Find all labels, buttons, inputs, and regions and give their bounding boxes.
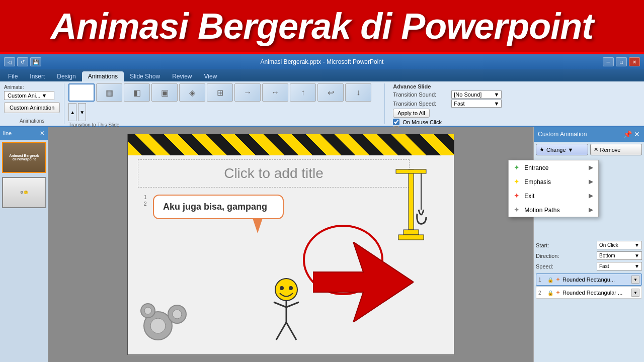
trans-thumb-3[interactable]: ▣ [151,83,178,102]
chevron-start-icon: ▼ [634,242,639,248]
change-button[interactable]: ★ Change ▼ [536,144,588,155]
on-mouse-click-checkbox[interactable] [393,119,399,125]
change-icon: ★ [539,146,544,153]
start-setting-row: Start: On Click ▼ [536,241,642,249]
trans-thumb-6[interactable]: → [234,83,261,102]
trans-thumb-none[interactable] [68,83,95,102]
trans-thumb-4[interactable]: ◈ [179,83,205,102]
menu-item-emphasis[interactable]: ✦ Emphasis ▶ [534,174,598,189]
direction-dropdown[interactable]: Bottom ▼ [597,251,642,260]
timeline-close-icon[interactable]: ✕ [40,130,45,137]
trans-thumb-8[interactable]: ↑ [290,83,316,102]
exit-label: Exit [534,193,534,200]
slide-area[interactable]: Click to add title 1 2 Aku juga bisa, ga… [48,127,533,362]
close-btn[interactable]: ✕ [629,57,640,66]
slide-content-box: 1 2 Aku juga bisa, gampang [153,195,284,219]
chevron-change-icon: ▼ [568,147,574,153]
top-banner: Animasi Bergerak di Powerpoint [0,0,644,54]
left-panel: line ✕ Animasi Bergerak di Powerpoint ⚙ … [0,127,48,362]
slide-thumb-inner-1: Animasi Bergerak di Powerpoint [3,143,45,172]
transition-sound-label: Transition Sound: [393,92,448,98]
trans-thumb-9[interactable]: ↩ [317,83,344,102]
slide-thumb-1[interactable]: Animasi Bergerak di Powerpoint [2,142,46,173]
anim-name-2: Rounded Rectangular ... [562,290,629,296]
minimize-btn[interactable]: ─ [603,57,614,66]
speed-dropdown[interactable]: Fast ▼ [597,262,642,270]
anim-num-1: 1 [538,277,545,283]
transition-speed-label: Transition Speed: [393,101,448,107]
tab-insert[interactable]: Insert [24,71,51,81]
stick-figure [269,277,304,344]
advance-slide-header: Advance Slide [393,83,640,89]
transition-thumbnails: ▦ ◧ ▣ ◈ ⊞ → ↔ ↑ ↩ ↓ ▲ ▼ [68,83,380,121]
tab-design[interactable]: Design [51,71,82,81]
svg-point-5 [275,279,297,301]
tab-view[interactable]: View [198,71,223,81]
menu-item-motion-paths[interactable]: ✦ Motion Paths ▶ [534,203,598,217]
svg-point-14 [150,318,166,333]
tab-animations[interactable]: Animations [82,71,124,81]
tab-review[interactable]: Review [166,71,198,81]
trans-scroll-down[interactable]: ▼ [78,103,86,121]
remove-label: Remove [600,147,621,153]
custom-animation-title: Custom Animation [538,131,587,138]
anim-list-item-1[interactable]: 1 🔒 ✦ Rounded Rectangu... ▼ [536,274,642,286]
maximize-btn[interactable]: □ [616,57,627,66]
anim-star-icon-2: ✦ [555,289,560,296]
svg-line-12 [286,322,296,340]
motion-paths-label: Motion Paths [534,207,559,214]
svg-point-7 [289,286,293,290]
transition-sound-value: [No Sound] [454,92,481,98]
on-mouse-click-label: On Mouse Click [403,119,442,125]
close-panel-icon[interactable]: ✕ [634,130,640,138]
tab-file[interactable]: File [2,71,24,81]
slide-title-placeholder[interactable]: Click to add title [138,159,410,188]
slide-thumb-inner-2: ⚙ 🙂 [3,178,45,207]
anim-item-dropdown-1[interactable]: ▼ [631,276,639,284]
menu-item-exit[interactable]: ✦ Exit ▶ [534,189,598,203]
tab-slideshow[interactable]: Slide Show [124,71,166,81]
redo-btn[interactable]: ↺ [17,57,28,66]
transition-speed-dropdown[interactable]: Fast ▼ [451,100,502,108]
back-btn[interactable]: ◁ [4,57,15,66]
trans-scroll-up[interactable]: ▲ [68,103,76,121]
entrance-label: Entrance [534,164,548,171]
pin-icon[interactable]: 📌 [623,130,632,138]
quick-access: ◁ ↺ 💾 [4,57,41,66]
ribbon: Animate: Custom Ani... ▼ Custom Animatio… [0,81,644,127]
trans-thumb-10[interactable]: ↓ [345,83,371,102]
direction-setting-row: Direction: Bottom ▼ [536,251,642,260]
slide-thumb-text-1: Animasi Bergerak di Powerpoint [9,154,39,161]
slide-canvas: Click to add title 1 2 Aku juga bisa, ga… [127,134,454,355]
trans-thumb-1[interactable]: ▦ [96,83,122,102]
slide-thumb-text-2: ⚙ 🙂 [20,191,29,195]
speed-setting-row: Speed: Fast ▼ [536,262,642,270]
motion-paths-arrow-icon: ▶ [589,206,593,213]
trans-thumb-7[interactable]: ↔ [262,83,288,102]
animations-section-label: Animations [4,117,60,124]
speech-bubble[interactable]: Aku juga bisa, gampang [153,195,284,219]
custom-animation-button[interactable]: Custom Animation [4,102,60,113]
menu-item-entrance[interactable]: ✦ Entrance ▶ [534,160,598,174]
anim-star-icon-1: ✦ [555,276,560,283]
slide-thumb-2[interactable]: ⚙ 🙂 [2,177,46,208]
ribbon-right-settings: Advance Slide Transition Sound: [No Soun… [389,83,640,124]
exit-arrow-icon: ▶ [589,192,593,199]
anim-list-item-2[interactable]: 2 🔒 ✦ Rounded Rectangular ... ▼ [536,287,642,299]
anim-item-dropdown-2[interactable]: ▼ [631,289,639,297]
animation-list: 1 🔒 ✦ Rounded Rectangu... ▼ 2 🔒 ✦ Rounde… [536,274,642,299]
start-value: On Click [599,242,618,248]
banner-title: Animasi Bergerak di Powerpoint [51,6,593,47]
pp-window: ◁ ↺ 💾 Animasi Bergerak.pptx - Microsoft … [0,54,644,362]
animate-dropdown[interactable]: Custom Ani... ▼ [4,91,54,100]
start-dropdown[interactable]: On Click ▼ [597,241,642,249]
save-btn[interactable]: 💾 [30,57,41,66]
start-label: Start: [536,242,549,248]
transition-sound-dropdown[interactable]: [No Sound] ▼ [451,90,502,99]
transition-speed-value: Fast [454,101,464,107]
trans-thumb-5[interactable]: ⊞ [207,83,233,102]
remove-button[interactable]: ✕ Remove [590,144,642,155]
apply-all-button[interactable]: Apply to All [393,109,429,118]
trans-thumb-2[interactable]: ◧ [124,83,150,102]
animate-value: Custom Ani... [8,93,40,99]
